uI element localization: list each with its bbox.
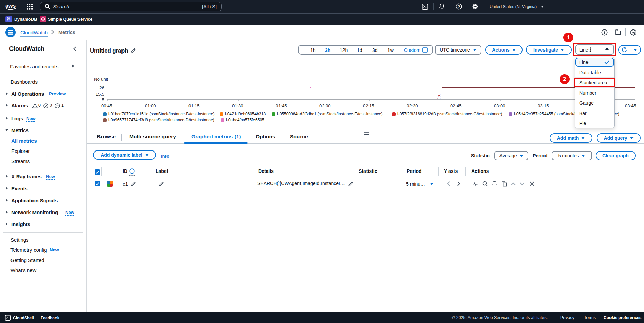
svg-text:aws: aws [5, 3, 16, 9]
svg-text:?: ? [458, 5, 460, 9]
